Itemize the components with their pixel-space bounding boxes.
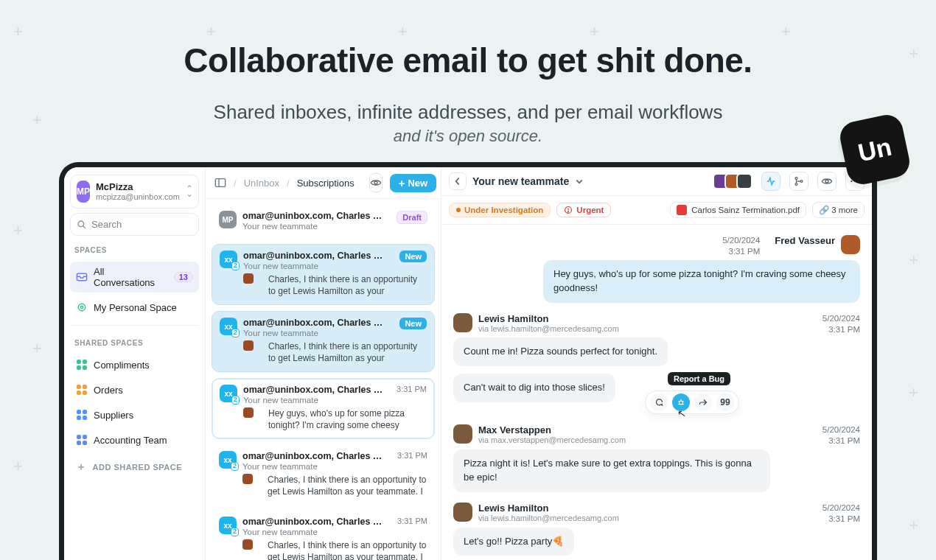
conversation-item[interactable]: xx2 omar@uninbox.com, Charles Leclerc, F… xyxy=(212,445,435,505)
sidebar-item-orders[interactable]: Orders xyxy=(70,379,199,400)
svg-line-1 xyxy=(83,225,85,228)
preview-avatar xyxy=(242,539,253,550)
conversation-item[interactable]: xx2 omar@uninbox.com, Charles Leclerc, F… xyxy=(212,244,435,305)
message: Lewis Hamilton via lewis.hamilton@merced… xyxy=(453,503,860,556)
preview-avatar xyxy=(243,407,254,418)
svg-point-0 xyxy=(78,221,84,227)
attachments-more[interactable]: 🔗 3 more xyxy=(812,202,865,218)
grid-icon xyxy=(76,434,88,446)
branch-icon[interactable] xyxy=(789,172,808,191)
forward-action[interactable] xyxy=(694,393,712,411)
new-button[interactable]: + New xyxy=(390,174,437,192)
app-window: MP McPizza mcpizza@uninbox.com ⌃⌄ Search… xyxy=(59,162,877,560)
sidebar-item-personal-space[interactable]: My Personal Space xyxy=(70,297,199,318)
tooltip: Report a Bug xyxy=(668,372,730,385)
message-bubble[interactable]: Hey guys, who's up for some pizza tonigh… xyxy=(543,260,860,303)
status-under-investigation[interactable]: Under Investigation xyxy=(449,203,551,217)
message-via: via lewis.hamilton@mercedesamg.com xyxy=(478,514,817,522)
message-author: Lewis Hamilton xyxy=(478,313,817,324)
message-timestamp: 5/20/20243:31 PM xyxy=(823,313,860,335)
back-button[interactable] xyxy=(449,172,467,190)
sidebar-item-compliments[interactable]: Compliments xyxy=(70,354,199,375)
breadcrumb-root[interactable]: UnInbox xyxy=(244,178,279,189)
preview-avatar xyxy=(243,340,254,351)
message: 5/20/20243:31 PM Fred Vasseur Hey guys, … xyxy=(453,235,860,303)
sidebar-item-suppliers[interactable]: Suppliers xyxy=(70,405,199,425)
conversation-avatar: xx2 xyxy=(220,251,237,268)
author-avatar xyxy=(453,503,472,522)
conversation-item[interactable]: MP omar@uninbox.com, Charles Leclerc,...… xyxy=(212,205,435,238)
message-author: Fred Vasseur xyxy=(775,235,835,246)
conversation-item[interactable]: xx2 omar@uninbox.com, Charles Leclerc, F… xyxy=(212,511,435,560)
svg-point-10 xyxy=(800,181,803,183)
eye-icon xyxy=(370,178,382,187)
conversation-avatar: MP xyxy=(219,211,237,228)
sidebar-item-label: Accounting Team xyxy=(94,435,167,446)
message-author: Lewis Hamilton xyxy=(478,503,817,514)
attachment-file[interactable]: Carlos Sainz Termination.pdf xyxy=(670,202,806,218)
svg-point-9 xyxy=(795,183,797,186)
conversation-avatar: xx2 xyxy=(219,451,237,469)
author-avatar xyxy=(453,424,472,444)
message-via: via lewis.hamilton@mercedesamg.com xyxy=(478,324,817,333)
preview-text: Hey guys, who's up for some pizza tonigh… xyxy=(258,407,427,431)
workspace-switcher[interactable]: MP McPizza mcpizza@uninbox.com ⌃⌄ xyxy=(70,175,199,209)
conversation-tag: 3:31 PM xyxy=(397,517,427,525)
collapse-icon[interactable] xyxy=(214,178,226,188)
sidebar-item-label: All Conversations xyxy=(94,266,168,288)
message-timestamp: 5/20/20243:31 PM xyxy=(722,235,760,257)
activity-icon[interactable] xyxy=(761,172,780,191)
svg-point-4 xyxy=(80,306,83,308)
conversation-addresses: omar@uninbox.com, Charles Leclerc, Fr... xyxy=(242,517,386,527)
message-bubble[interactable]: Can't wait to dig into those slices! xyxy=(453,374,615,402)
conversation-tag: New xyxy=(399,251,427,262)
unread-count: 13 xyxy=(174,272,193,282)
chevron-left-icon xyxy=(454,177,461,186)
plus-icon: ＋ xyxy=(76,461,87,474)
brand-badge: Un xyxy=(837,112,912,187)
sidebar-item-all-conversations[interactable]: All Conversations 13 xyxy=(70,262,199,293)
message-bubble[interactable]: Count me in! Pizza sounds perfect for to… xyxy=(453,337,668,366)
conversation-avatar: xx2 xyxy=(219,517,237,534)
quote-action[interactable]: 99 xyxy=(716,393,734,411)
sidebar-item-accounting[interactable]: Accounting Team xyxy=(70,430,199,450)
conversation-list-pane: / UnInbox / Subscriptions + New MP omar@… xyxy=(206,167,441,560)
svg-point-8 xyxy=(795,177,797,179)
visibility-toggle[interactable] xyxy=(369,173,383,192)
message-author: Max Verstappen xyxy=(478,424,817,435)
grid-icon xyxy=(76,409,88,421)
message-timestamp: 5/20/20243:31 PM xyxy=(823,424,860,447)
author-avatar xyxy=(453,313,472,332)
conversation-item[interactable]: xx2 omar@uninbox.com, Charles Leclerc, F… xyxy=(212,378,435,439)
chevron-down-icon[interactable] xyxy=(575,178,584,185)
preview-avatar xyxy=(242,474,253,484)
message: Lewis Hamilton via lewis.hamilton@merced… xyxy=(453,313,860,415)
conversation-addresses: omar@uninbox.com, Charles Leclerc, Fr... xyxy=(242,451,386,461)
participant-avatars[interactable] xyxy=(713,173,752,189)
conversation-addresses: omar@uninbox.com, Charles Leclerc,... xyxy=(242,211,386,221)
section-spaces: SPACES xyxy=(70,240,199,257)
preview-avatar xyxy=(243,273,254,284)
eye-icon[interactable] xyxy=(817,172,837,191)
hero-subtitle: Shared inboxes, infinite addresses, and … xyxy=(0,101,936,124)
svg-point-3 xyxy=(78,304,85,310)
message-bubble[interactable]: Pizza night it is! Let's make sure to ge… xyxy=(453,449,770,492)
sidebar-item-label: Compliments xyxy=(94,360,150,371)
conversation-item[interactable]: xx2 omar@uninbox.com, Charles Leclerc, F… xyxy=(212,311,435,372)
conversation-subject: Your new teammate xyxy=(242,462,427,471)
breadcrumb-current[interactable]: Subscriptions xyxy=(297,178,355,189)
sidebar-item-label: Orders xyxy=(94,385,123,396)
conversation-addresses: omar@uninbox.com, Charles Leclerc, Fr... xyxy=(243,318,387,328)
priority-urgent[interactable]: Urgent xyxy=(556,203,611,217)
svg-point-7 xyxy=(374,181,377,184)
conversation-addresses: omar@uninbox.com, Charles Leclerc, Fr... xyxy=(243,385,387,395)
link-icon: 🔗 xyxy=(819,206,829,214)
add-shared-space-button[interactable]: ＋ ADD SHARED SPACE xyxy=(70,455,199,480)
message-bubble[interactable]: Let's go!! Pizza party🍕 xyxy=(453,528,574,556)
cursor-icon: ↖ xyxy=(677,407,688,420)
preview-text: Charles, I think there is an opportunity… xyxy=(258,340,427,364)
message: Max Verstappen via max.verstappen@merced… xyxy=(453,424,860,492)
list-header: / UnInbox / Subscriptions + New xyxy=(206,167,441,199)
reply-action[interactable] xyxy=(650,393,668,411)
search-input[interactable]: Search xyxy=(70,213,199,236)
